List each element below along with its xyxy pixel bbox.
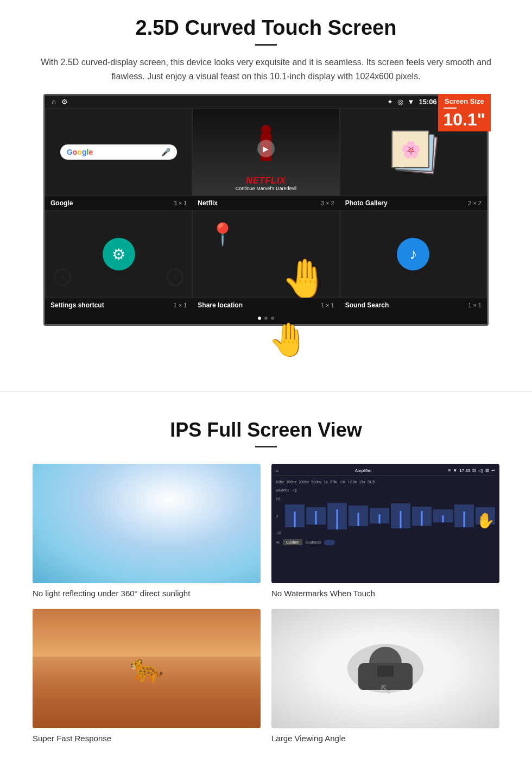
app-label-share: Share location 1 × 1 [192, 298, 339, 312]
share-cell-inner: 📍 🤚 [193, 211, 339, 298]
car-roof-top [369, 647, 402, 663]
settings-ghost-left: ⊙ [51, 261, 74, 292]
app-grid-row2: ⚙ ⊙ ⊙ 📍 [45, 210, 487, 298]
sound-grid-size: 1 × 1 [468, 302, 482, 308]
db-neg10: -10 [276, 531, 281, 535]
slider-6 [391, 503, 410, 528]
status-bar: ⌂ ⚙ ✦ ◎ ▼ 15:06 ⊡ ◁) ⊠ ▭ [45, 96, 487, 108]
app-label-google: Google 3 × 1 [45, 196, 192, 210]
amp-bottom-row: ≪ Custom loudness [276, 539, 495, 545]
amp-balance-label: Balance [276, 488, 289, 493]
feature-img-amplifier: ⌂ Amplifier ≡ ▼ 17:33 ⊡ ◁) ⊠ ↩ [271, 464, 499, 583]
amp-freq-125k: 12.5k [347, 480, 357, 484]
google-cell-inner: Google 🎤 [46, 109, 192, 195]
slider-2 [306, 507, 326, 525]
pointing-hand-icon: 🤚 [268, 320, 309, 359]
car-arrow-icon: ↖ [379, 679, 392, 698]
app-label-netflix: Netflix 3 × 2 [192, 196, 339, 210]
feature-sunlight: No light reflecting under 360° direct su… [33, 464, 261, 598]
amp-freq-15k: 15k [359, 480, 365, 484]
screen-size-label: Screen Size [445, 97, 484, 105]
section1-desc: With 2.5D curved-display screen, this de… [33, 55, 499, 83]
feature-grid: No light reflecting under 360° direct su… [33, 464, 499, 743]
slider-5 [370, 508, 389, 523]
photo-stack: 🌸 [391, 130, 435, 174]
page-dot-1 [258, 317, 261, 320]
app-label-row2: Settings shortcut 1 × 1 Share location 1… [45, 298, 487, 312]
settings-cell-content: ⚙ ⊙ ⊙ [46, 211, 192, 298]
netflix-overlay: NETFLIX Continue Marvel's Daredevil [193, 172, 339, 195]
watermark-label: No Watermarks When Touch [271, 589, 499, 598]
device-screen: ⌂ ⚙ ✦ ◎ ▼ 15:06 ⊡ ◁) ⊠ ▭ [43, 94, 489, 326]
hand-below-device: 🤚 [43, 326, 489, 358]
slider-1 [285, 504, 305, 527]
slider-4 [349, 506, 368, 527]
google-cell-content: Google 🎤 [46, 109, 192, 195]
car-label: Large Viewing Angle [271, 734, 499, 743]
section1-title: 2.5D Curved Touch Screen [33, 16, 499, 40]
status-bar-left: ⌂ ⚙ [52, 98, 68, 106]
mic-icon: 🎤 [161, 148, 170, 156]
app-label-row1: Google 3 × 1 Netflix 3 × 2 Photo Gallery… [45, 196, 487, 210]
cheetah-label: Super Fast Response [33, 734, 261, 743]
amp-toggle[interactable] [324, 540, 335, 545]
app-cell-sound: ♪ [340, 210, 487, 298]
section2-underline [255, 446, 277, 447]
netflix-cell-inner: ▶ NETFLIX Continue Marvel's Daredevil [193, 109, 339, 195]
db-10: 10 [276, 497, 281, 501]
sound-app-name: Sound Search [345, 301, 389, 309]
slider-7 [412, 507, 432, 526]
netflix-grid-size: 3 × 2 [321, 200, 334, 206]
google-search-bar[interactable]: Google 🎤 [60, 144, 177, 160]
music-icon-bg: ♪ [397, 238, 429, 270]
sunlight-label: No light reflecting under 360° direct su… [33, 589, 261, 598]
app-grid-row1: Google 🎤 [45, 108, 487, 196]
status-time: 15:06 [419, 98, 436, 106]
page-dot-3 [271, 317, 274, 320]
amp-freq-25k: 2.5k [330, 480, 337, 484]
settings-icon-bg: ⚙ [103, 238, 135, 270]
amp-freq-60: 60hz [276, 480, 284, 484]
app-cell-settings: ⚙ ⊙ ⊙ [45, 210, 192, 298]
amp-freq-labels: 60hz 100hz 200hz 500hz 1k 2.5k 10k 12.5k… [276, 478, 495, 486]
amp-x-icon: ⊠ [485, 468, 489, 473]
page-dot-2 [264, 317, 268, 320]
amp-time: 17:33 [459, 468, 470, 473]
play-button[interactable]: ▶ [257, 140, 275, 157]
music-note-icon: ♪ [409, 245, 417, 263]
settings-cell-inner: ⚙ ⊙ ⊙ [46, 211, 192, 298]
netflix-subtitle: Continue Marvel's Daredevil [197, 186, 334, 191]
bluetooth-icon: ✦ [387, 98, 393, 106]
netflix-logo: NETFLIX [197, 176, 334, 186]
car-roof-glass [377, 666, 394, 677]
amp-sliders-container: 10 0 -10 [276, 497, 495, 535]
amp-loudness-label: loudness [306, 540, 321, 544]
app-label-sound: Sound Search 1 × 1 [340, 298, 487, 312]
amp-db-scale: 10 0 -10 [276, 497, 283, 535]
google-grid-size: 3 × 1 [174, 200, 187, 206]
netflix-app-name: Netflix [198, 199, 218, 207]
maps-icon: 📍 [209, 222, 236, 247]
amp-custom-btn: Custom [283, 539, 302, 545]
feature-cheetah: 🐆 Super Fast Response [33, 609, 261, 743]
sound-cell-content: ♪ [340, 211, 486, 298]
amp-freq-10k: 10k [339, 480, 345, 484]
cheetah-visual: 🐆 [33, 609, 261, 728]
section1-underline [255, 44, 277, 46]
share-app-name: Share location [198, 301, 243, 309]
maps-emoji: 📍 [209, 222, 236, 246]
amp-vol-icon: ◁) [478, 468, 483, 473]
signal-icon: ▼ [408, 98, 415, 106]
feature-watermark: ⌂ Amplifier ≡ ▼ 17:33 ⊡ ◁) ⊠ ↩ [271, 464, 499, 598]
amp-slider-group [285, 497, 495, 535]
amp-cam-icon: ⊡ [472, 468, 476, 473]
google-app-name: Google [50, 199, 73, 207]
amp-eq-icon: ≡ [448, 468, 451, 473]
amp-header: ⌂ Amplifier ≡ ▼ 17:33 ⊡ ◁) ⊠ ↩ [276, 468, 495, 476]
settings-ghost-right: ⊙ [163, 261, 186, 292]
amp-back-icon: ≪ [276, 540, 280, 545]
usb-icon: ⚙ [61, 98, 68, 106]
car-visual: ↖ [271, 609, 499, 728]
photos-grid-size: 2 × 2 [468, 200, 482, 206]
app-cell-google: Google 🎤 [45, 108, 192, 196]
